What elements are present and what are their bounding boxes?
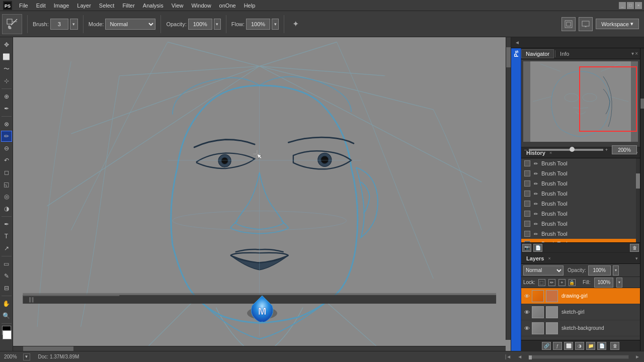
history-checkbox-4[interactable] bbox=[524, 201, 530, 207]
magic-wand-tool[interactable]: ⊹ bbox=[1, 75, 12, 86]
navigator-panel-close[interactable]: × bbox=[635, 51, 638, 56]
crop-tool[interactable]: ⊕ bbox=[1, 91, 12, 102]
history-item-0[interactable]: ✏ Brush Tool bbox=[521, 158, 640, 168]
gradient-tool[interactable]: ◱ bbox=[1, 179, 12, 190]
layers-opacity-stepper[interactable]: ▾ bbox=[613, 265, 619, 276]
zoom-out-icon[interactable]: – bbox=[524, 147, 527, 152]
history-item-2[interactable]: ✏ Brush Tool bbox=[521, 178, 640, 189]
status-zoom-icon[interactable]: ▼ bbox=[23, 353, 30, 360]
history-scrollbar[interactable] bbox=[636, 158, 640, 242]
menu-analysis[interactable]: Analysis bbox=[139, 2, 168, 10]
layer-visibility-2[interactable]: 👁 bbox=[523, 325, 530, 332]
workspace-button[interactable]: Workspace ▾ bbox=[596, 19, 639, 29]
background-color[interactable] bbox=[3, 330, 12, 339]
history-item-8[interactable]: ✏ Brush Tool bbox=[521, 239, 640, 242]
menu-select[interactable]: Select bbox=[95, 2, 119, 10]
history-item-3[interactable]: ✏ Brush Tool bbox=[521, 189, 640, 199]
menu-file[interactable]: File bbox=[15, 2, 32, 10]
brush-picker-btn[interactable]: ▾ bbox=[70, 19, 78, 30]
menu-view[interactable]: View bbox=[168, 2, 188, 10]
screen-mode-btn[interactable] bbox=[579, 17, 593, 31]
opacity-input[interactable] bbox=[188, 19, 212, 30]
heal-tool[interactable]: ⊗ bbox=[1, 119, 12, 130]
history-checkbox-2[interactable] bbox=[524, 180, 530, 187]
layer-effect-btn[interactable]: ƒ bbox=[553, 342, 562, 350]
brush-tool-icon[interactable] bbox=[2, 14, 22, 34]
clone-tool[interactable]: ⊖ bbox=[1, 143, 12, 154]
menu-edit[interactable]: Edit bbox=[32, 2, 50, 10]
history-checkbox-1[interactable] bbox=[524, 170, 530, 176]
menu-filter[interactable]: Filter bbox=[118, 2, 138, 10]
opacity-stepper[interactable]: ▾ bbox=[214, 19, 221, 30]
layers-fill-input[interactable] bbox=[594, 278, 613, 288]
shape-tool[interactable]: ▭ bbox=[1, 258, 12, 269]
lock-transparent-btn[interactable]: ⬚ bbox=[538, 279, 545, 286]
lock-image-btn[interactable]: ✏ bbox=[548, 279, 555, 286]
history-item-4[interactable]: ✏ Brush Tool bbox=[521, 199, 640, 209]
canvas-hscroll-thumb[interactable] bbox=[23, 346, 73, 351]
history-checkbox-5[interactable] bbox=[524, 211, 530, 217]
history-brush-tool[interactable]: ↶ bbox=[1, 155, 12, 166]
layer-mask-btn[interactable]: ⬜ bbox=[564, 342, 573, 350]
eyedropper2-tool[interactable]: ⊟ bbox=[1, 283, 12, 294]
flow-input[interactable] bbox=[246, 19, 270, 30]
history-item-7[interactable]: ✏ Brush Tool bbox=[521, 229, 640, 239]
layers-panel-expand[interactable]: ▾ bbox=[635, 256, 638, 261]
menu-help[interactable]: Help bbox=[240, 2, 260, 10]
timeline-bar[interactable] bbox=[528, 355, 629, 359]
right-panel-scroll-thumb[interactable] bbox=[640, 99, 644, 109]
blur-tool[interactable]: ◎ bbox=[1, 191, 12, 202]
menu-onone[interactable]: onOne bbox=[215, 2, 240, 10]
right-panel-scrollbar[interactable] bbox=[640, 48, 644, 351]
navigator-panel-menu[interactable]: ▾ bbox=[631, 51, 634, 56]
history-checkbox-3[interactable] bbox=[524, 191, 530, 197]
notes-tool[interactable]: ✎ bbox=[1, 270, 12, 282]
maximize-btn[interactable]: □ bbox=[627, 2, 634, 9]
history-scroll-thumb[interactable] bbox=[636, 173, 640, 189]
dodge-tool[interactable]: ◑ bbox=[1, 203, 12, 214]
mode-select[interactable]: Normal Dissolve Multiply bbox=[105, 19, 155, 30]
lock-position-btn[interactable]: + bbox=[558, 279, 566, 286]
zoom-input[interactable] bbox=[612, 145, 637, 154]
history-item-1[interactable]: ✏ Brush Tool bbox=[521, 168, 640, 178]
pen-tool[interactable]: ✒ bbox=[1, 219, 12, 230]
close-btn[interactable]: × bbox=[635, 2, 642, 9]
timeline-prev[interactable]: ◄ bbox=[517, 354, 522, 359]
canvas-area[interactable]: ▐ ▌ M bbox=[13, 37, 511, 351]
zoom-slider-thumb[interactable] bbox=[570, 147, 575, 152]
brush-size-input[interactable] bbox=[50, 19, 68, 30]
history-checkbox-0[interactable] bbox=[524, 160, 530, 166]
canvas-hscrollbar[interactable] bbox=[13, 346, 506, 351]
menu-image[interactable]: Image bbox=[50, 2, 73, 10]
eraser-tool[interactable]: ◻ bbox=[1, 167, 12, 178]
flow-stepper[interactable]: ▾ bbox=[272, 19, 279, 30]
layers-opacity-input[interactable] bbox=[588, 265, 611, 276]
text-tool[interactable]: T bbox=[1, 231, 12, 242]
tab-info[interactable]: Info bbox=[555, 49, 574, 58]
layer-visibility-1[interactable]: 👁 bbox=[523, 309, 530, 316]
menu-window[interactable]: Window bbox=[187, 2, 215, 10]
history-checkbox-7[interactable] bbox=[524, 231, 530, 237]
canvas-vscroll-thumb[interactable] bbox=[506, 47, 511, 67]
layer-item-2[interactable]: 👁 sketch-background bbox=[521, 320, 640, 336]
history-new-doc-btn[interactable]: 📄 bbox=[533, 244, 542, 252]
layers-panel-close[interactable]: × bbox=[548, 256, 550, 261]
panel-collapse-left[interactable]: ◄ bbox=[513, 39, 521, 47]
zoom-tool[interactable]: 🔍 bbox=[1, 310, 12, 321]
layer-new-btn[interactable]: 📄 bbox=[597, 342, 606, 350]
brush-tool[interactable]: ✏ bbox=[1, 131, 12, 142]
tab-navigator[interactable]: Navigator bbox=[521, 49, 554, 58]
layer-delete-btn[interactable]: 🗑 bbox=[610, 342, 619, 350]
layer-visibility-0[interactable]: 👁 bbox=[523, 293, 530, 300]
history-item-5[interactable]: ✏ Brush Tool bbox=[521, 209, 640, 219]
hand-tool[interactable]: ✋ bbox=[1, 298, 12, 309]
lock-all-btn[interactable]: 🔒 bbox=[569, 279, 576, 286]
layer-item-0[interactable]: 👁 drawing-girl bbox=[521, 288, 640, 304]
history-item-6[interactable]: ✏ Brush Tool bbox=[521, 219, 640, 229]
zoom-in-icon[interactable]: + bbox=[605, 147, 608, 152]
arrange-btn[interactable] bbox=[561, 17, 576, 31]
lasso-tool[interactable]: 〜 bbox=[1, 63, 12, 74]
layer-adjust-btn[interactable]: ◑ bbox=[575, 342, 584, 350]
zoom-slider[interactable] bbox=[529, 149, 603, 151]
menu-layer[interactable]: Layer bbox=[73, 2, 95, 10]
